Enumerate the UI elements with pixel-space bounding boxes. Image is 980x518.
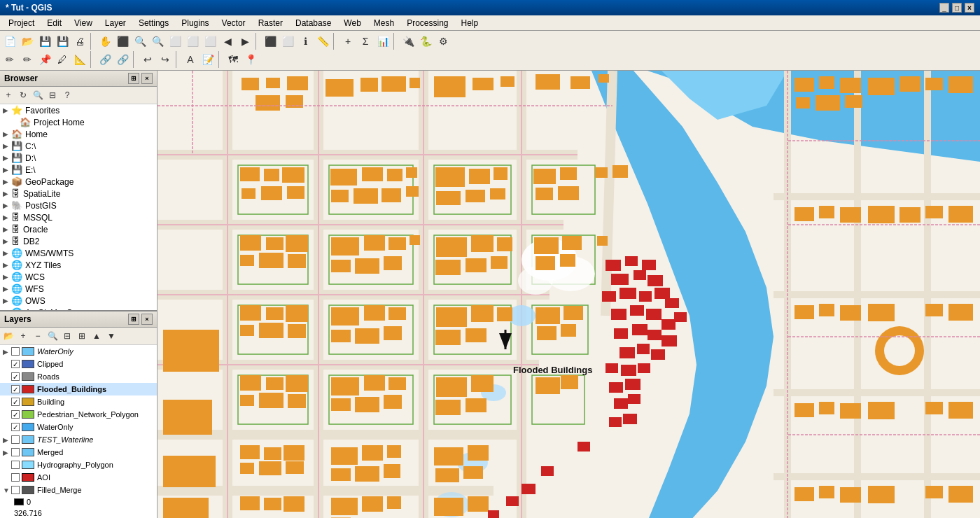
browser-help-btn[interactable]: ? — [60, 88, 74, 102]
menu-project[interactable]: Project — [3, 17, 40, 29]
menu-processing[interactable]: Processing — [401, 17, 454, 29]
python-console[interactable]: 🐍 — [417, 33, 434, 50]
add-layer-button[interactable]: + — [340, 33, 356, 50]
browser-item-wmswmts[interactable]: ▶ 🌐 WMS/WMTS — [0, 247, 157, 259]
pan-to-selection[interactable]: ⬛ — [114, 33, 131, 50]
menu-mesh[interactable]: Mesh — [368, 17, 400, 29]
layers-toggle-1[interactable]: ⊞ — [128, 314, 139, 325]
browser-item-db2[interactable]: ▶ 🗄 DB2 — [0, 235, 157, 247]
new-project-button[interactable]: 📄 — [1, 33, 18, 50]
zoom-layer-button[interactable]: ⬜ — [184, 33, 201, 50]
deselect-all[interactable]: ⬜ — [279, 33, 296, 50]
layers-move-up[interactable]: ▲ — [90, 329, 104, 343]
digitize-btn-3[interactable]: 📌 — [36, 51, 53, 68]
browser-item-oracle[interactable]: ▶ 🗄 Oracle — [0, 223, 157, 235]
browser-refresh-btn[interactable]: ↻ — [16, 88, 30, 102]
open-project-button[interactable]: 📂 — [19, 33, 36, 50]
layers-move-down[interactable]: ▼ — [104, 329, 118, 343]
zoom-out-button[interactable]: 🔍 — [149, 33, 166, 50]
layer-checkbox[interactable] — [11, 461, 20, 469]
measure-button[interactable]: 📏 — [314, 33, 331, 50]
layer-checkbox[interactable] — [11, 486, 20, 494]
layer-checkbox[interactable]: ✓ — [11, 360, 20, 368]
digitize-btn-4[interactable]: 🖊 — [54, 51, 71, 68]
layers-remove-btn[interactable]: − — [31, 329, 45, 343]
menu-view[interactable]: View — [69, 17, 98, 29]
layers-filter-btn[interactable]: 🔍 — [46, 329, 59, 343]
menu-raster[interactable]: Raster — [253, 17, 288, 29]
annotation-button[interactable]: 📝 — [200, 51, 216, 68]
layer-item-326[interactable]: 326.716 — [0, 507, 157, 518]
layer-checkbox[interactable]: ✓ — [11, 410, 20, 419]
layer-item-clipped[interactable]: ✓ Clipped — [0, 358, 157, 370]
digitize-btn-5[interactable]: 📐 — [71, 51, 88, 68]
digitize-btn-1[interactable]: ✏ — [1, 51, 18, 68]
menu-web[interactable]: Web — [338, 17, 366, 29]
layers-collapse-btn[interactable]: ⊟ — [60, 329, 74, 343]
layer-item-wateronly-top[interactable]: ▶ WaterOnly — [0, 345, 157, 358]
georef-btn-2[interactable]: 📍 — [242, 51, 259, 68]
browser-item-favorites[interactable]: ▶ ⭐ Favorites — [0, 104, 157, 116]
layer-item-0[interactable]: 0 — [0, 496, 157, 507]
processing-button[interactable]: ⚙ — [435, 33, 451, 50]
zoom-back-button[interactable]: ◀ — [219, 33, 236, 50]
layer-checkbox[interactable] — [11, 473, 20, 482]
georef-button[interactable]: 🗺 — [225, 51, 241, 68]
zoom-full-button[interactable]: ⬜ — [167, 33, 183, 50]
titlebar-buttons[interactable]: _ □ × — [939, 3, 974, 13]
layer-item-merged[interactable]: ▶ Merged — [0, 446, 157, 458]
layer-item-building[interactable]: ✓ Building — [0, 396, 157, 408]
layer-item-aoi[interactable]: AOI — [0, 471, 157, 484]
plugins-button[interactable]: 🔌 — [400, 33, 416, 50]
zoom-forward-button[interactable]: ▶ — [237, 33, 253, 50]
browser-item-geopackage[interactable]: ▶ 📦 GeoPackage — [0, 176, 157, 188]
browser-item-postgis[interactable]: ▶ 🐘 PostGIS — [0, 200, 157, 211]
layer-checkbox[interactable]: ✓ — [11, 398, 20, 406]
browser-item-xyztiles[interactable]: ▶ 🌐 XYZ Tiles — [0, 259, 157, 271]
identify-button[interactable]: ℹ — [297, 33, 314, 50]
menu-edit[interactable]: Edit — [41, 17, 67, 29]
menu-vector[interactable]: Vector — [216, 17, 251, 29]
menu-plugins[interactable]: Plugins — [176, 17, 214, 29]
layer-checkbox[interactable]: ✓ — [11, 423, 20, 431]
browser-item-spatialite[interactable]: ▶ 🗄 SpatiaLite — [0, 188, 157, 200]
layer-item-pedestrian[interactable]: ✓ Pedestrian_Network_Polygon — [0, 408, 157, 421]
layers-open-btn[interactable]: 📂 — [1, 329, 15, 343]
close-button[interactable]: × — [965, 3, 974, 13]
pan-tool[interactable]: ✋ — [97, 33, 113, 50]
menu-database[interactable]: Database — [290, 17, 337, 29]
browser-item-home[interactable]: ▶ 🏠 Home — [0, 128, 157, 140]
layer-item-test-waterline[interactable]: ▶ TEST_Waterline — [0, 433, 157, 446]
browser-item-mssql[interactable]: ▶ 🗄 MSSQL — [0, 211, 157, 223]
select-features[interactable]: ⬛ — [262, 33, 279, 50]
save-project-button[interactable]: 💾 — [36, 33, 53, 50]
browser-header-icons[interactable]: ⊞ × — [128, 73, 153, 84]
browser-item-arcgismapserver[interactable]: ▶ 🌐 ArcGisMapServer — [0, 307, 157, 310]
label-button[interactable]: A — [182, 51, 199, 68]
browser-item-c[interactable]: ▶ 💾 C:\ — [0, 140, 157, 152]
layers-toggle-2[interactable]: × — [141, 314, 153, 325]
layer-checkbox[interactable]: ✓ — [11, 385, 20, 393]
redo-button[interactable]: ↪ — [157, 51, 174, 68]
layer-item-flooded-buildings[interactable]: ✓ Flooded_Buildings — [0, 383, 157, 396]
menu-settings[interactable]: Settings — [133, 17, 174, 29]
browser-item-e[interactable]: ▶ 💾 E:\ — [0, 164, 157, 176]
layers-header-icons[interactable]: ⊞ × — [128, 314, 153, 325]
layer-checkbox[interactable] — [11, 347, 20, 356]
browser-item-project-home[interactable]: 🏠 Project Home — [0, 116, 157, 128]
statistics-button[interactable]: 📊 — [374, 33, 391, 50]
save-as-button[interactable]: 💾 — [54, 33, 71, 50]
browser-item-d[interactable]: ▶ 💾 D:\ — [0, 152, 157, 164]
zoom-in-button[interactable]: 🔍 — [132, 33, 148, 50]
print-button[interactable]: 🖨 — [71, 33, 88, 50]
browser-toggle-2[interactable]: × — [141, 73, 153, 84]
layer-checkbox[interactable] — [11, 435, 20, 444]
layer-item-filled-merge[interactable]: ▼ Filled_Merge — [0, 484, 157, 496]
undo-button[interactable]: ↩ — [139, 51, 156, 68]
field-calculator[interactable]: Σ — [357, 33, 374, 50]
minimize-button[interactable]: _ — [939, 3, 949, 13]
snap-btn[interactable]: 🔗 — [97, 51, 113, 68]
layer-checkbox[interactable]: ✓ — [11, 372, 20, 381]
map-area[interactable]: Flooded Buildings — [158, 71, 980, 518]
digitize-btn-2[interactable]: ✏ — [19, 51, 36, 68]
